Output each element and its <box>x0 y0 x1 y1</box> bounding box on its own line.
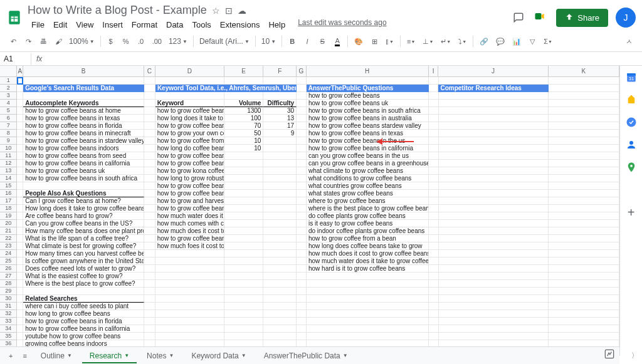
cell[interactable] <box>549 310 619 318</box>
italic-button[interactable]: I <box>300 34 314 49</box>
cell[interactable] <box>224 242 263 250</box>
cell[interactable] <box>17 242 23 250</box>
text-color-button[interactable]: A <box>330 34 344 49</box>
cell[interactable] <box>224 310 263 318</box>
row-header[interactable]: 32 <box>0 310 17 318</box>
cell[interactable] <box>263 205 297 212</box>
cell[interactable] <box>549 197 619 205</box>
cell[interactable] <box>297 92 307 100</box>
fill-color-button[interactable]: 🎨 <box>351 34 366 49</box>
cell[interactable] <box>429 100 439 107</box>
cell[interactable] <box>224 235 263 242</box>
cell[interactable] <box>224 295 263 303</box>
hide-side-panel-button[interactable]: 〉 <box>631 351 638 360</box>
cell[interactable] <box>224 333 263 340</box>
cell[interactable] <box>439 77 549 85</box>
cell[interactable] <box>439 265 549 273</box>
cell[interactable]: 17 <box>263 122 297 130</box>
add-addon-icon[interactable]: + <box>625 206 638 219</box>
cell[interactable] <box>144 212 155 220</box>
share-button[interactable]: Share <box>556 9 608 27</box>
cell[interactable] <box>155 295 224 303</box>
cell[interactable] <box>144 85 155 92</box>
cell[interactable]: Are coffee beans hard to grow? <box>23 212 144 220</box>
cell[interactable] <box>263 92 297 100</box>
cell[interactable] <box>429 107 439 115</box>
row-header[interactable]: 13 <box>0 167 17 175</box>
cell[interactable]: where is the best place to grow coffee b… <box>307 205 429 212</box>
cell[interactable] <box>429 242 439 250</box>
cell[interactable] <box>263 167 297 175</box>
cell[interactable] <box>429 197 439 205</box>
cell[interactable]: Competitor Research Ideas <box>438 85 548 92</box>
cell[interactable] <box>549 92 619 100</box>
cell[interactable] <box>549 190 619 197</box>
row-header[interactable]: 35 <box>0 333 17 340</box>
cell[interactable] <box>429 265 439 273</box>
cell[interactable] <box>144 175 155 182</box>
cell[interactable] <box>439 333 549 340</box>
link-button[interactable]: 🔗 <box>476 34 492 49</box>
cell[interactable] <box>297 273 307 280</box>
meet-icon[interactable] <box>534 10 549 25</box>
cell[interactable]: Google's Search Results Data <box>23 85 144 92</box>
cell[interactable] <box>17 235 23 242</box>
cell[interactable] <box>263 145 297 152</box>
print-button[interactable]: 🖶 <box>36 34 50 49</box>
col-header-e[interactable]: E <box>224 66 263 76</box>
cell[interactable] <box>549 115 619 122</box>
row-header[interactable]: 18 <box>0 205 17 212</box>
cell[interactable]: do coffee plants grow coffee beans <box>307 212 429 220</box>
cell[interactable]: how long do coffee beans take to grow <box>155 145 224 152</box>
cell[interactable] <box>429 130 439 137</box>
name-box[interactable]: A1 <box>0 53 31 65</box>
cell[interactable] <box>439 115 549 122</box>
cell[interactable]: Is coffee grown anywhere in the United S… <box>23 257 144 265</box>
menu-edit[interactable]: Edit <box>50 18 71 31</box>
cell[interactable] <box>439 137 549 145</box>
col-header-j[interactable]: J <box>438 66 549 76</box>
cell[interactable] <box>549 152 619 160</box>
cell[interactable] <box>439 212 549 220</box>
row-header[interactable]: 34 <box>0 325 17 333</box>
row-header[interactable]: 17 <box>0 197 17 205</box>
cell[interactable] <box>297 115 307 122</box>
account-avatar[interactable]: J <box>616 8 636 28</box>
cell[interactable] <box>307 295 429 303</box>
cell[interactable] <box>17 333 23 340</box>
cell[interactable]: how to grow coffee beans <box>155 107 224 115</box>
cell[interactable] <box>429 137 439 145</box>
font-size-select[interactable]: 10▼ <box>259 36 278 47</box>
cell[interactable] <box>144 130 155 137</box>
cell[interactable] <box>144 280 155 288</box>
cell[interactable] <box>297 220 307 227</box>
cell[interactable]: how to grow coffee beans at home <box>155 122 224 130</box>
cell[interactable] <box>263 257 297 265</box>
cell[interactable] <box>17 145 23 152</box>
cell[interactable] <box>224 318 263 325</box>
redo-button[interactable]: ↷ <box>21 34 35 49</box>
cell[interactable] <box>263 190 297 197</box>
cell[interactable] <box>144 145 155 152</box>
cell[interactable] <box>17 115 23 122</box>
cell[interactable]: how to grow coffee beans in south africa <box>307 107 429 115</box>
sheet-tab-research[interactable]: Research▼ <box>82 348 137 363</box>
cell[interactable] <box>429 280 439 288</box>
cell[interactable] <box>224 160 263 167</box>
cell[interactable]: how much water does it take to grow coff… <box>307 257 429 265</box>
cell[interactable] <box>144 273 155 280</box>
cell[interactable] <box>224 197 263 205</box>
wrap-button[interactable]: ↵▼ <box>438 34 454 49</box>
cell[interactable] <box>224 280 263 288</box>
cell[interactable]: what states grow coffee beans <box>307 190 429 197</box>
cell[interactable] <box>263 273 297 280</box>
cell[interactable] <box>549 227 619 235</box>
cell[interactable]: 13 <box>263 115 297 122</box>
cell[interactable] <box>144 295 155 303</box>
cell[interactable] <box>429 303 439 310</box>
cell[interactable] <box>307 288 429 295</box>
cell[interactable]: how hard is it to grow coffee beans <box>307 265 429 273</box>
cell[interactable] <box>144 167 155 175</box>
cell[interactable]: youtube how to grow coffee beans <box>23 333 144 340</box>
cell[interactable] <box>144 152 155 160</box>
